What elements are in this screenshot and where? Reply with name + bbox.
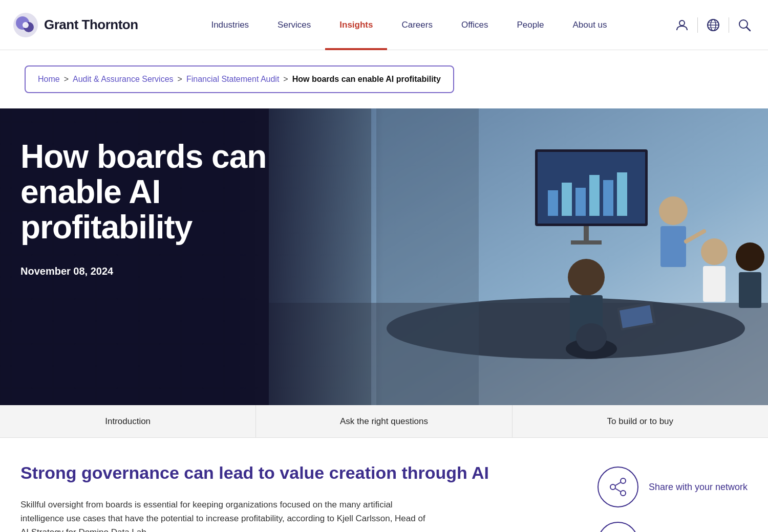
hero-title: How boards can enable AI profitability	[20, 139, 297, 245]
sidebar-actions: Share with your network Request a meetin…	[598, 462, 748, 532]
nav-careers[interactable]: Careers	[387, 0, 446, 50]
svg-point-33	[701, 238, 728, 265]
breadcrumb-audit[interactable]: Audit & Assurance Services	[73, 75, 174, 84]
breadcrumb-sep-3: >	[283, 75, 288, 84]
nav-people[interactable]: People	[503, 0, 559, 50]
breadcrumb-sep-2: >	[178, 75, 182, 84]
meeting-icon-circle	[598, 522, 638, 532]
svg-line-45	[615, 489, 621, 492]
svg-point-42	[610, 484, 615, 490]
breadcrumb: Home > Audit & Assurance Services > Fina…	[25, 65, 454, 93]
main-nav: Industries Services Insights Careers Off…	[156, 0, 663, 50]
breadcrumb-sep-1: >	[64, 75, 69, 84]
search-icon-button[interactable]	[733, 14, 756, 36]
svg-rect-25	[617, 172, 627, 216]
breadcrumb-financial[interactable]: Financial Statement Audit	[186, 75, 279, 84]
user-icon	[675, 18, 689, 32]
svg-rect-27	[571, 240, 602, 245]
breadcrumb-current: How boards can enable AI profitability	[292, 75, 441, 84]
svg-point-41	[621, 478, 626, 483]
article-body: Skillful oversight from boards is essent…	[20, 498, 430, 532]
share-icon-circle	[598, 467, 638, 507]
sub-navigation: Introduction Ask the right questions To …	[0, 405, 768, 438]
svg-point-28	[659, 196, 688, 225]
share-action[interactable]: Share with your network	[598, 467, 748, 507]
globe-icon	[707, 18, 720, 32]
article-section: Strong governance can lead to value crea…	[20, 462, 577, 532]
svg-line-11	[746, 27, 750, 31]
subnav-introduction[interactable]: Introduction	[0, 405, 256, 437]
article-title: Strong governance can lead to value crea…	[20, 462, 577, 483]
hero-section: How boards can enable AI profitability N…	[0, 108, 768, 405]
svg-rect-23	[589, 175, 600, 216]
user-icon-button[interactable]	[671, 14, 693, 36]
logo-icon	[12, 12, 39, 38]
subnav-questions[interactable]: Ask the right questions	[256, 405, 512, 437]
svg-point-43	[621, 491, 626, 496]
nav-services[interactable]: Services	[263, 0, 325, 50]
icon-divider-2	[729, 17, 729, 33]
svg-rect-20	[548, 190, 558, 216]
share-label: Share with your network	[649, 482, 748, 493]
logo-area[interactable]: Grant Thornton	[12, 12, 156, 38]
search-icon	[738, 18, 751, 32]
logo-text: Grant Thornton	[44, 17, 138, 33]
svg-point-35	[736, 242, 764, 271]
hero-content: How boards can enable AI profitability N…	[20, 139, 297, 277]
icon-divider	[697, 17, 698, 33]
svg-point-4	[679, 20, 685, 26]
svg-rect-29	[660, 226, 686, 267]
share-icon	[608, 477, 628, 497]
svg-rect-26	[584, 226, 589, 241]
nav-about[interactable]: About us	[558, 0, 621, 50]
svg-line-44	[615, 482, 621, 485]
svg-point-31	[568, 259, 605, 296]
header-icons	[671, 14, 756, 36]
svg-rect-22	[575, 188, 586, 216]
breadcrumb-wrapper: Home > Audit & Assurance Services > Fina…	[0, 50, 768, 108]
meeting-action[interactable]: Request a meeting	[598, 522, 748, 532]
nav-insights[interactable]: Insights	[325, 0, 387, 50]
svg-rect-36	[739, 272, 761, 308]
nav-offices[interactable]: Offices	[447, 0, 503, 50]
svg-point-3	[23, 22, 29, 28]
site-header: Grant Thornton Industries Services Insig…	[0, 0, 768, 50]
svg-rect-34	[703, 266, 726, 302]
nav-industries[interactable]: Industries	[197, 0, 263, 50]
main-content: Strong governance can lead to value crea…	[0, 438, 768, 532]
svg-rect-38	[576, 323, 607, 351]
svg-rect-17	[376, 108, 479, 405]
hero-date: November 08, 2024	[20, 265, 297, 277]
subnav-build-buy[interactable]: To build or to buy	[513, 405, 768, 437]
svg-rect-21	[562, 183, 572, 216]
breadcrumb-home[interactable]: Home	[38, 75, 60, 84]
globe-icon-button[interactable]	[702, 14, 724, 36]
svg-rect-24	[603, 180, 613, 216]
